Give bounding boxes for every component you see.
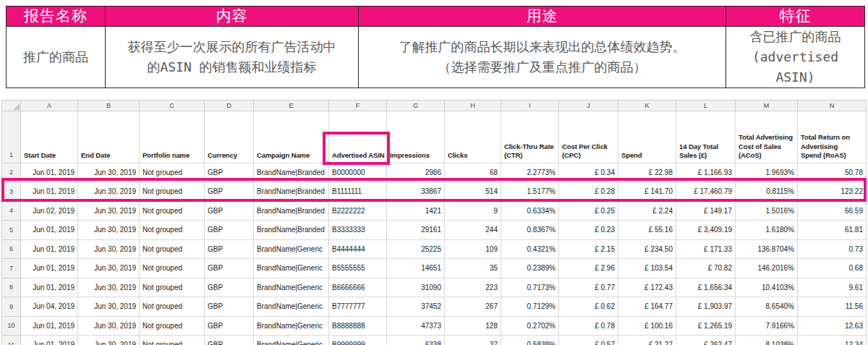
cell-M7[interactable]: 146.2016% xyxy=(736,259,798,278)
header-cell-J1[interactable]: Cost Per Click (CPC) xyxy=(559,111,618,163)
cell-M3[interactable]: 0.8115% xyxy=(736,182,798,202)
column-letter-B[interactable]: B xyxy=(78,100,140,111)
column-letter-E[interactable]: E xyxy=(254,100,329,111)
cell-K6[interactable]: £ 234.50 xyxy=(618,239,676,259)
cell-M8[interactable]: 10.4103% xyxy=(736,278,798,297)
cell-I11[interactable]: 0.5838% xyxy=(501,336,559,345)
cell-M2[interactable]: 1.9693% xyxy=(736,163,798,182)
cell-C10[interactable]: Not grouped xyxy=(140,316,205,336)
cell-G7[interactable]: 14651 xyxy=(387,259,445,278)
cell-M5[interactable]: 1.6180% xyxy=(736,221,798,240)
cell-K10[interactable]: £ 100.16 xyxy=(618,316,676,336)
cell-G9[interactable]: 37452 xyxy=(387,297,445,317)
cell-K7[interactable]: £ 103.54 xyxy=(618,259,676,278)
header-cell-E1[interactable]: Campaign Name xyxy=(254,111,329,163)
cell-C5[interactable]: Not grouped xyxy=(140,221,205,240)
row-number-6[interactable]: 6 xyxy=(2,239,21,259)
row-number-8[interactable]: 8 xyxy=(2,278,21,297)
cell-F10[interactable]: B8888888 xyxy=(329,316,387,336)
cell-H2[interactable]: 68 xyxy=(445,163,501,182)
cell-D10[interactable]: GBP xyxy=(205,316,254,336)
header-cell-L1[interactable]: 14 Day Total Sales (£) xyxy=(676,111,736,163)
column-letter-C[interactable]: C xyxy=(140,100,205,111)
cell-D7[interactable]: GBP xyxy=(205,259,254,278)
cell-M9[interactable]: 8.6540% xyxy=(736,297,798,317)
cell-C9[interactable]: Not grouped xyxy=(140,297,205,317)
cell-D6[interactable]: GBP xyxy=(205,239,254,259)
cell-M4[interactable]: 1.5016% xyxy=(736,201,798,221)
cell-D3[interactable]: GBP xyxy=(205,182,254,202)
cell-A11[interactable]: Jun 01, 2019 xyxy=(21,336,78,345)
cell-H4[interactable]: 9 xyxy=(445,201,501,221)
column-letter-A[interactable]: A xyxy=(21,100,78,111)
cell-H7[interactable]: 35 xyxy=(445,259,501,278)
cell-A10[interactable]: Jun 01, 2019 xyxy=(21,316,78,336)
cell-L5[interactable]: £ 3,409.19 xyxy=(676,221,736,240)
cell-F3[interactable]: B1111111 xyxy=(329,182,387,202)
row-number-9[interactable]: 9 xyxy=(2,297,21,317)
cell-K9[interactable]: £ 164.77 xyxy=(618,297,676,317)
column-letter-F[interactable]: F xyxy=(329,100,387,111)
header-cell-I1[interactable]: Click-Thru Rate (CTR) xyxy=(501,111,559,163)
cell-K11[interactable]: £ 21.27 xyxy=(618,336,676,345)
column-letter-N[interactable]: N xyxy=(798,100,867,111)
cell-K4[interactable]: £ 2.24 xyxy=(618,201,676,221)
cell-F4[interactable]: B2222222 xyxy=(329,201,387,221)
cell-I10[interactable]: 0.2702% xyxy=(501,316,559,336)
select-all-corner[interactable] xyxy=(2,100,21,111)
cell-H6[interactable]: 109 xyxy=(445,239,501,259)
cell-F8[interactable]: B6666666 xyxy=(329,278,387,297)
column-letter-I[interactable]: I xyxy=(501,100,559,111)
cell-A7[interactable]: Jun 01, 2019 xyxy=(21,259,78,278)
cell-D8[interactable]: GBP xyxy=(205,278,254,297)
column-letter-M[interactable]: M xyxy=(736,100,798,111)
cell-H8[interactable]: 223 xyxy=(445,278,501,297)
row-number-7[interactable]: 7 xyxy=(2,259,21,278)
cell-E4[interactable]: BrandName|Branded xyxy=(254,201,329,221)
cell-B10[interactable]: Jun 30, 2019 xyxy=(78,316,140,336)
header-cell-A1[interactable]: Start Date xyxy=(21,111,78,163)
cell-L6[interactable]: £ 171.33 xyxy=(676,239,736,259)
cell-G6[interactable]: 25225 xyxy=(387,239,445,259)
cell-G4[interactable]: 1421 xyxy=(387,201,445,221)
cell-B4[interactable]: Jun 30, 2019 xyxy=(78,201,140,221)
cell-M6[interactable]: 136.8704% xyxy=(736,239,798,259)
cell-B7[interactable]: Jun 30, 2019 xyxy=(78,259,140,278)
cell-G2[interactable]: 2986 xyxy=(387,163,445,182)
cell-A6[interactable]: Jun 01, 2019 xyxy=(21,239,78,259)
header-cell-F1[interactable]: Advertised ASIN xyxy=(329,111,387,163)
cell-C11[interactable]: Not grouped xyxy=(140,336,205,345)
cell-K8[interactable]: £ 172.43 xyxy=(618,278,676,297)
cell-C8[interactable]: Not grouped xyxy=(140,278,205,297)
cell-B8[interactable]: Jun 30, 2019 xyxy=(78,278,140,297)
cell-N3[interactable]: 123.22 xyxy=(798,182,867,202)
header-cell-M1[interactable]: Total Advertising Cost of Sales (ACoS) xyxy=(736,111,798,163)
cell-E6[interactable]: BrandName|Generic xyxy=(254,239,329,259)
cell-A9[interactable]: Jun 04, 2019 xyxy=(21,297,78,317)
cell-F11[interactable]: B9999999 xyxy=(329,336,387,345)
cell-I8[interactable]: 0.7173% xyxy=(501,278,559,297)
cell-N4[interactable]: 66.59 xyxy=(798,201,867,221)
cell-I5[interactable]: 0.8367% xyxy=(501,221,559,240)
cell-G3[interactable]: 33867 xyxy=(387,182,445,202)
cell-K3[interactable]: £ 141.70 xyxy=(618,182,676,202)
header-cell-G1[interactable]: Impressions xyxy=(387,111,445,163)
cell-J2[interactable]: £ 0.34 xyxy=(559,163,618,182)
cell-C7[interactable]: Not grouped xyxy=(140,259,205,278)
cell-D9[interactable]: GBP xyxy=(205,297,254,317)
cell-F6[interactable]: B4444444 xyxy=(329,239,387,259)
cell-J9[interactable]: £ 0.62 xyxy=(559,297,618,317)
cell-E11[interactable]: BrandName|Generic xyxy=(254,336,329,345)
cell-F5[interactable]: B3333333 xyxy=(329,221,387,240)
cell-E2[interactable]: BrandName|Branded xyxy=(254,163,329,182)
cell-L2[interactable]: £ 1,166.93 xyxy=(676,163,736,182)
column-letter-K[interactable]: K xyxy=(618,100,676,111)
cell-I3[interactable]: 1.5177% xyxy=(501,182,559,202)
cell-J7[interactable]: £ 2.96 xyxy=(559,259,618,278)
cell-J11[interactable]: £ 0.57 xyxy=(559,336,618,345)
cell-J10[interactable]: £ 0.78 xyxy=(559,316,618,336)
cell-J5[interactable]: £ 0.23 xyxy=(559,221,618,240)
column-letter-D[interactable]: D xyxy=(205,100,254,111)
cell-M10[interactable]: 7.9166% xyxy=(736,316,798,336)
cell-L7[interactable]: £ 70.82 xyxy=(676,259,736,278)
